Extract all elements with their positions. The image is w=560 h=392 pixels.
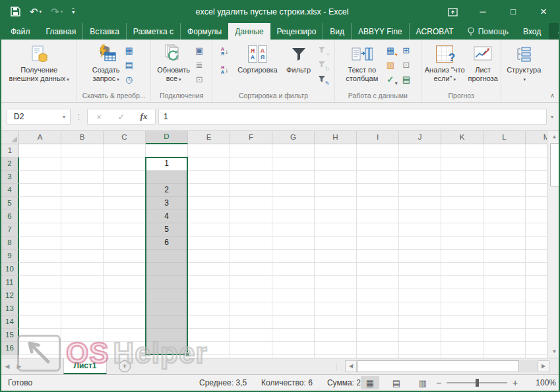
- tab-insert[interactable]: Вставка: [82, 23, 126, 40]
- cell-F1[interactable]: [230, 144, 272, 157]
- cell-F9[interactable]: [230, 250, 272, 263]
- cell-J5[interactable]: [399, 197, 441, 210]
- cell-H13[interactable]: [315, 302, 357, 316]
- cell-C4[interactable]: [104, 184, 146, 197]
- cell-E10[interactable]: [188, 263, 230, 276]
- cell-L4[interactable]: [483, 184, 526, 197]
- cell-H6[interactable]: [315, 210, 357, 223]
- cell-K5[interactable]: [441, 197, 483, 210]
- outline-button[interactable]: Структура ▾: [505, 42, 542, 84]
- cell-L8[interactable]: [483, 237, 526, 250]
- vertical-scrollbar[interactable]: ▲ ▼: [547, 131, 560, 358]
- cell-L12[interactable]: [483, 289, 526, 302]
- cell-D9[interactable]: [146, 250, 188, 263]
- cell-D2[interactable]: 1: [146, 157, 188, 171]
- cell-C10[interactable]: [104, 263, 146, 276]
- scroll-left-icon[interactable]: ◀: [345, 360, 357, 372]
- scroll-down-icon[interactable]: ▼: [547, 346, 560, 358]
- cell-M15[interactable]: [526, 329, 547, 342]
- get-external-data-button[interactable]: Получение внешних данных▾: [8, 42, 71, 84]
- cell-C12[interactable]: [104, 289, 146, 302]
- cell-E7[interactable]: [188, 223, 230, 237]
- cell-C6[interactable]: [104, 210, 146, 223]
- cell-L7[interactable]: [483, 223, 526, 237]
- cell-D5[interactable]: 3: [146, 197, 188, 210]
- row-header-15[interactable]: 15: [1, 329, 19, 342]
- row-header-11[interactable]: 11: [1, 276, 19, 289]
- cell-B13[interactable]: [61, 302, 104, 316]
- cell-D6[interactable]: 4: [146, 210, 188, 223]
- cell-L15[interactable]: [483, 329, 526, 342]
- consolidate-icon[interactable]: ⊞: [400, 44, 413, 56]
- cell-F7[interactable]: [230, 223, 272, 237]
- cell-I6[interactable]: [357, 210, 399, 223]
- cell-C13[interactable]: [104, 302, 146, 316]
- minimize-button[interactable]: ─: [468, 0, 498, 23]
- cell-G2[interactable]: [272, 157, 315, 171]
- zoom-level[interactable]: 100%: [526, 378, 556, 387]
- cell-C11[interactable]: [104, 276, 146, 289]
- cell-L1[interactable]: [483, 144, 526, 157]
- tab-data[interactable]: Данные: [228, 23, 270, 40]
- cell-E8[interactable]: [188, 237, 230, 250]
- maximize-button[interactable]: □: [498, 0, 528, 23]
- cell-D10[interactable]: [146, 263, 188, 276]
- cell-D11[interactable]: [146, 276, 188, 289]
- sort-ascending-button[interactable]: АЯ↓: [218, 45, 232, 57]
- vertical-scrollbar-thumb[interactable]: [550, 143, 559, 186]
- cell-H7[interactable]: [315, 223, 357, 237]
- zoom-in-icon[interactable]: +: [510, 378, 520, 388]
- cell-L16[interactable]: [483, 342, 526, 355]
- cell-G4[interactable]: [272, 184, 315, 197]
- new-sheet-button[interactable]: +: [119, 360, 131, 372]
- cell-K8[interactable]: [441, 237, 483, 250]
- cell-L14[interactable]: [483, 316, 526, 329]
- cell-D8[interactable]: 6: [146, 237, 188, 250]
- relationships-icon[interactable]: ⊡: [400, 59, 413, 70]
- horizontal-scrollbar-thumb[interactable]: [357, 360, 519, 372]
- cell-B8[interactable]: [61, 237, 104, 250]
- cell-G9[interactable]: [272, 250, 315, 263]
- cell-J16[interactable]: [399, 342, 441, 355]
- cell-K4[interactable]: [441, 184, 483, 197]
- normal-view-icon[interactable]: ▦: [361, 376, 379, 389]
- cell-K9[interactable]: [441, 250, 483, 263]
- cell-K6[interactable]: [441, 210, 483, 223]
- forecast-sheet-button[interactable]: Лист прогноза: [466, 42, 499, 83]
- cell-E9[interactable]: [188, 250, 230, 263]
- zoom-slider[interactable]: [447, 382, 507, 383]
- column-header-A[interactable]: A: [19, 131, 61, 144]
- cell-L9[interactable]: [483, 250, 526, 263]
- cell-B7[interactable]: [61, 223, 104, 237]
- cell-C14[interactable]: [104, 316, 146, 329]
- row-header-4[interactable]: 4: [1, 184, 19, 197]
- cell-L2[interactable]: [483, 157, 526, 171]
- cell-I15[interactable]: [357, 329, 399, 342]
- column-header-H[interactable]: H: [315, 131, 357, 144]
- cell-M4[interactable]: [526, 184, 547, 197]
- cell-G6[interactable]: [272, 210, 315, 223]
- row-header-8[interactable]: 8: [1, 237, 19, 250]
- cell-A8[interactable]: [19, 237, 61, 250]
- row-header-9[interactable]: 9: [1, 250, 19, 263]
- cell-C5[interactable]: [104, 197, 146, 210]
- tab-file[interactable]: Файл: [1, 23, 40, 40]
- cell-B16[interactable]: [61, 342, 104, 355]
- cell-F4[interactable]: [230, 184, 272, 197]
- cell-I7[interactable]: [357, 223, 399, 237]
- row-header-3[interactable]: 3: [1, 171, 19, 184]
- cell-D4[interactable]: 2: [146, 184, 188, 197]
- cell-H8[interactable]: [315, 237, 357, 250]
- cell-M2[interactable]: [526, 157, 547, 171]
- cell-G13[interactable]: [272, 302, 315, 316]
- column-header-L[interactable]: L: [483, 131, 526, 144]
- column-header-K[interactable]: K: [441, 131, 483, 144]
- row-header-16[interactable]: 16: [1, 342, 19, 355]
- tab-split-handle[interactable]: ⋮: [333, 363, 340, 370]
- cell-F12[interactable]: [230, 289, 272, 302]
- cell-G1[interactable]: [272, 144, 315, 157]
- row-header-1[interactable]: 1: [1, 144, 19, 157]
- cell-I3[interactable]: [357, 171, 399, 184]
- scroll-right-icon[interactable]: ▶: [538, 360, 549, 372]
- name-box-dropdown-icon[interactable]: ▾: [58, 114, 70, 120]
